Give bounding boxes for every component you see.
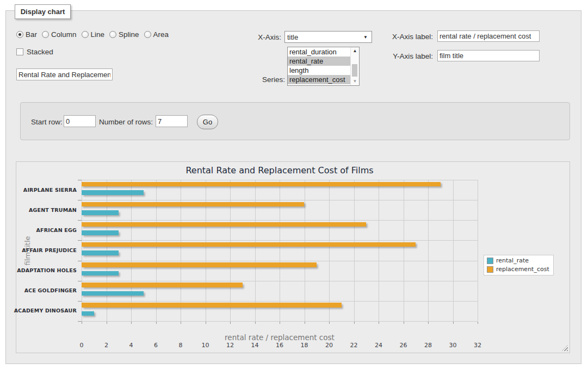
y-tick-mark	[78, 301, 82, 302]
series-scrollbar[interactable]: ▲ ▼	[350, 47, 359, 85]
y-tick-mark	[78, 240, 82, 241]
radio-column-icon[interactable]	[42, 31, 49, 38]
x-tick-label: 32	[469, 342, 486, 349]
x-tick-mark	[428, 322, 429, 324]
radio-area-icon[interactable]	[144, 31, 151, 38]
x-tick-mark	[305, 322, 305, 324]
gridline-vertical	[453, 180, 454, 321]
series-option-rental-duration[interactable]: rental_duration	[288, 47, 359, 57]
scroll-down-icon[interactable]: ▼	[351, 78, 359, 85]
scrollbar-thumb[interactable]	[352, 64, 357, 77]
x-tick-mark	[478, 322, 478, 324]
legend-label: rental_rate	[496, 257, 529, 264]
gridline-vertical	[181, 180, 181, 321]
series-option-rental-rate[interactable]: rental_rate	[288, 57, 359, 66]
x-tick-mark	[404, 322, 404, 324]
gridline-vertical	[255, 180, 256, 321]
x-tick-label: 12	[222, 342, 238, 349]
category-label: AIRPLANE SIERRA	[11, 187, 77, 193]
legend-label: replacement_cost	[496, 266, 549, 273]
rental-rate-swatch-icon	[487, 258, 493, 264]
chart-legend: rental_rate replacement_cost	[484, 255, 554, 275]
start-row-input[interactable]	[64, 115, 96, 127]
x-tick-label: 10	[197, 342, 214, 349]
legend-item-rental-rate: rental_rate	[487, 257, 549, 264]
number-of-rows-input[interactable]	[156, 115, 188, 127]
gridline-vertical	[305, 180, 305, 321]
number-of-rows-label: Number of rows:	[99, 118, 153, 126]
category-label: ADAPTATION HOLES	[11, 267, 77, 273]
scroll-up-icon[interactable]: ▲	[351, 47, 359, 55]
series-option-replacement-cost[interactable]: replacement_cost	[288, 75, 359, 84]
y-tick-mark	[78, 281, 82, 281]
radio-column[interactable]: Column	[42, 30, 77, 39]
gridline-horizontal	[82, 240, 478, 241]
gridline-vertical	[404, 180, 404, 321]
gridline-horizontal	[82, 321, 478, 322]
bar-replacement_cost	[82, 202, 304, 207]
y-tick-mark	[78, 180, 82, 180]
resize-grip[interactable]	[562, 345, 568, 351]
x-tick-label: 30	[445, 342, 461, 349]
x-axis-label-input[interactable]	[437, 30, 540, 42]
chart-container: Rental Rate and Replacement Cost of Film…	[16, 161, 570, 353]
x-tick-label: 4	[123, 342, 139, 349]
x-tick-mark	[280, 322, 280, 324]
x-tick-mark	[107, 322, 107, 324]
plot-area: 02468101214161820222426283032AIRPLANE SI…	[82, 180, 478, 321]
legend-item-replacement-cost: replacement_cost	[487, 266, 549, 273]
x-tick-mark	[181, 322, 181, 324]
series-listbox[interactable]: rental_duration rental_rate length repla…	[287, 47, 360, 86]
radio-area[interactable]: Area	[144, 30, 169, 39]
y-axis-label-input[interactable]	[437, 50, 540, 61]
chart-type-radio-group: Bar Column Line Spline Area	[16, 30, 174, 39]
gridline-vertical	[478, 180, 478, 321]
x-axis-label-label: X-Axis label:	[381, 33, 433, 41]
gridline-vertical	[131, 180, 132, 321]
radio-bar[interactable]: Bar	[16, 30, 37, 39]
gridline-vertical	[206, 180, 206, 321]
gridline-horizontal	[82, 220, 478, 221]
x-tick-mark	[131, 322, 132, 324]
x-tick-label: 14	[247, 342, 263, 349]
x-tick-label: 22	[346, 342, 362, 349]
bar-replacement_cost	[82, 242, 416, 247]
x-tick-mark	[156, 322, 157, 324]
radio-bar-icon[interactable]	[16, 31, 23, 38]
radio-spline-icon[interactable]	[109, 31, 116, 38]
x-tick-label: 2	[98, 342, 115, 349]
x-axis-select[interactable]: title ▼	[284, 31, 372, 43]
fieldset-legend: Display chart	[15, 4, 71, 19]
radio-line-icon[interactable]	[82, 31, 89, 38]
bar-rental_rate	[82, 230, 119, 235]
gridline-vertical	[329, 180, 330, 321]
gridline-horizontal	[82, 301, 478, 302]
radio-spline[interactable]: Spline	[109, 30, 139, 39]
x-tick-mark	[354, 322, 355, 324]
stacked-checkbox-row[interactable]: Stacked	[16, 48, 53, 56]
category-label: ACE GOLDFINGER	[11, 287, 77, 293]
series-list-label: Series:	[228, 76, 285, 84]
bar-rental_rate	[82, 311, 94, 316]
go-button[interactable]: Go	[197, 115, 218, 129]
gridline-vertical	[354, 180, 355, 321]
chart-title-input[interactable]	[16, 68, 113, 80]
bar-rental_rate	[82, 250, 119, 255]
gridline-vertical	[428, 180, 429, 321]
y-axis-label-label: Y-Axis label:	[381, 52, 433, 60]
bar-rental_rate	[82, 190, 144, 195]
x-tick-mark	[230, 322, 231, 324]
radio-line[interactable]: Line	[82, 30, 105, 39]
series-option-length[interactable]: length	[288, 66, 359, 75]
category-label: AFFAIR PREJUDICE	[11, 247, 77, 253]
gridline-horizontal	[82, 180, 478, 180]
replacement-cost-swatch-icon	[487, 266, 493, 273]
stacked-label: Stacked	[27, 48, 53, 56]
x-tick-mark	[329, 322, 330, 324]
bar-rental_rate	[82, 291, 144, 296]
category-label: AFRICAN EGG	[11, 227, 77, 233]
y-tick-mark	[78, 220, 82, 221]
stacked-checkbox[interactable]	[16, 48, 23, 55]
y-tick-mark	[78, 321, 82, 322]
bar-replacement_cost	[82, 182, 441, 187]
